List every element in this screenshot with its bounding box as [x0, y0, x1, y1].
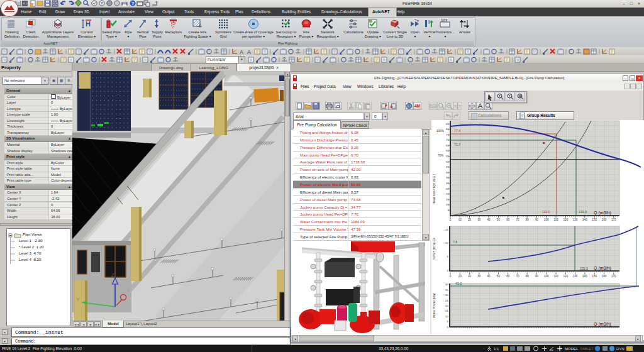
svg-text:100%: 100%: [436, 129, 444, 133]
svg-text:160: 160: [602, 275, 607, 278]
svg-text:H: H: [86, 20, 91, 28]
svg-text:15: 15: [445, 228, 448, 231]
svg-text:5: 5: [447, 320, 449, 323]
svg-text:X: X: [127, 288, 130, 292]
svg-text:70: 70: [516, 275, 519, 278]
svg-text:111.0: 111.0: [542, 210, 550, 214]
svg-text:20: 20: [468, 218, 472, 221]
svg-text:4M: 4M: [414, 104, 420, 108]
svg-text:42.0: 42.0: [455, 282, 462, 285]
svg-text:140: 140: [582, 275, 587, 278]
svg-text:90: 90: [535, 218, 539, 221]
svg-text:123: 123: [441, 18, 448, 22]
svg-text:Y: Y: [76, 297, 80, 302]
svg-text:0: 0: [450, 218, 452, 221]
svg-text:A: A: [240, 49, 243, 55]
svg-text:71.7: 71.7: [454, 143, 460, 146]
svg-text:40: 40: [487, 218, 491, 221]
svg-text:100: 100: [544, 218, 549, 221]
svg-text:110: 110: [553, 275, 558, 278]
svg-text:DYN: DYN: [616, 347, 625, 351]
svg-text:Z: Z: [111, 272, 114, 278]
svg-text:40: 40: [445, 283, 448, 286]
svg-text:20: 20: [468, 275, 472, 278]
svg-text:80: 80: [526, 275, 530, 278]
svg-text:110: 110: [553, 218, 558, 221]
svg-text:Q (m3/h): Q (m3/h): [594, 266, 611, 271]
svg-text:30: 30: [477, 218, 481, 221]
svg-text:0: 0: [447, 269, 449, 272]
svg-text:70%: 70%: [438, 154, 443, 157]
svg-text:90: 90: [535, 275, 539, 278]
svg-text:?: ?: [131, 1, 134, 6]
svg-text:30: 30: [445, 294, 448, 297]
svg-text:MODEL: MODEL: [565, 347, 579, 351]
svg-text:7.8: 7.8: [453, 240, 457, 244]
svg-text:25: 25: [445, 299, 448, 302]
svg-text:131.0: 131.0: [579, 210, 587, 214]
svg-text:170: 170: [611, 275, 616, 278]
svg-text:50: 50: [497, 218, 501, 221]
svg-text:Motor Power (kW): Motor Power (kW): [432, 293, 436, 319]
svg-text:60: 60: [506, 275, 510, 278]
svg-text:BLD: BLD: [23, 2, 28, 5]
svg-text:130: 130: [573, 275, 578, 278]
svg-text:60: 60: [506, 218, 510, 221]
svg-text:40: 40: [487, 275, 491, 278]
svg-text:15: 15: [445, 309, 448, 312]
svg-text:140: 140: [582, 218, 587, 221]
svg-text:A: A: [247, 49, 251, 55]
svg-text:131.0: 131.0: [580, 267, 588, 270]
svg-text:20: 20: [445, 304, 448, 307]
svg-text:30: 30: [477, 275, 481, 278]
svg-text:35: 35: [445, 289, 448, 292]
svg-text:120: 120: [564, 218, 569, 221]
svg-text:Q (m3/h): Q (m3/h): [594, 322, 611, 327]
svg-text:10: 10: [445, 315, 448, 318]
svg-text:0: 0: [450, 275, 452, 278]
svg-text:80: 80: [526, 218, 530, 221]
svg-text:70: 70: [516, 218, 519, 221]
svg-text:100: 100: [544, 275, 549, 278]
svg-text:10: 10: [458, 275, 462, 278]
svg-text:150: 150: [592, 275, 597, 278]
svg-text:10: 10: [458, 218, 462, 221]
svg-text:TABLET: TABLET: [580, 347, 594, 351]
svg-text:130: 130: [573, 218, 578, 221]
svg-text:5: 5: [447, 255, 449, 258]
svg-text:Head loss H (m.W.G.): Head loss H (m.W.G.): [432, 173, 436, 204]
svg-text:150: 150: [592, 218, 597, 221]
svg-text:170: 170: [611, 218, 616, 221]
svg-text:77.4: 77.4: [454, 129, 460, 133]
svg-text:50: 50: [497, 275, 501, 278]
svg-text:Q (m3/h): Q (m3/h): [594, 211, 611, 216]
svg-text:100: 100: [431, 104, 436, 107]
svg-text:1:1: 1:1: [494, 347, 499, 351]
svg-text:NPSH (m.W.G): NPSH (m.W.G): [432, 238, 436, 260]
svg-text:10: 10: [445, 241, 448, 245]
svg-text:160: 160: [602, 218, 607, 221]
svg-text:0: 0: [447, 326, 449, 329]
svg-text:120: 120: [564, 275, 569, 278]
